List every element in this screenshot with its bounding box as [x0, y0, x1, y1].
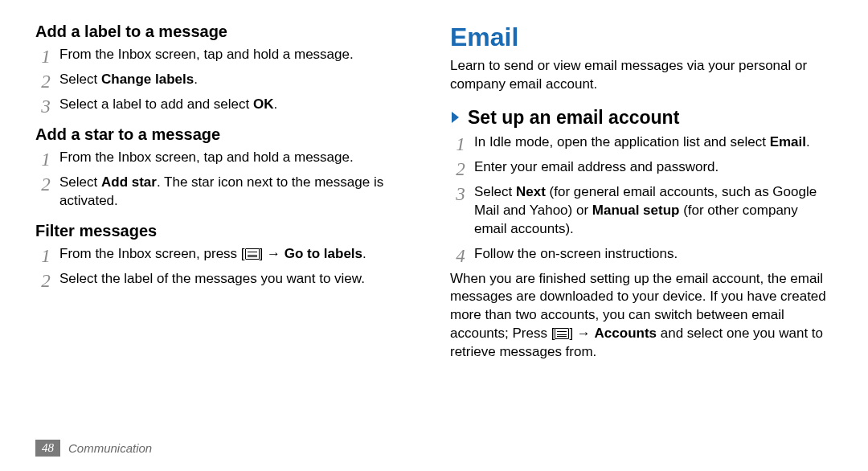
heading-setup-account: Set up an email account — [450, 107, 833, 129]
heading-add-star: Add a star to a message — [35, 125, 418, 144]
bold: Manual setup — [592, 203, 680, 218]
menu-icon — [555, 328, 569, 339]
step-text: ] → — [260, 246, 285, 261]
step: Select Change labels. — [35, 71, 418, 89]
step: Select the label of the messages you wan… — [35, 270, 418, 289]
step: In Idle mode, open the application list … — [450, 133, 833, 152]
right-column: Email Learn to send or view email messag… — [450, 23, 833, 367]
heading-filter-messages: Filter messages — [35, 222, 418, 240]
heading-email: Email — [450, 23, 833, 52]
step: From the Inbox screen, press [] → Go to … — [35, 245, 418, 264]
step: Enter your email address and password. — [450, 158, 833, 177]
step-text: Enter your email address and password. — [474, 159, 719, 174]
steps-add-star: From the Inbox screen, tap and hold a me… — [35, 149, 418, 211]
left-column: Add a label to a message From the Inbox … — [35, 23, 418, 367]
step: From the Inbox screen, tap and hold a me… — [35, 46, 418, 64]
step-text: Follow the on-screen instructions. — [474, 246, 678, 261]
intro-text: Learn to send or view email messages via… — [450, 57, 833, 94]
outro-text: When you are finished setting up the ema… — [450, 270, 833, 362]
steps-add-label: From the Inbox screen, tap and hold a me… — [35, 46, 418, 114]
step-text: Select — [59, 72, 101, 87]
step-text: Select the label of the messages you wan… — [59, 271, 365, 286]
step-text: . — [274, 96, 278, 112]
step-text: From the Inbox screen, tap and hold a me… — [59, 149, 354, 165]
step: Select Add star. The star icon next to t… — [35, 174, 418, 211]
page-footer: 48 Communication — [35, 440, 152, 457]
step: Follow the on-screen instructions. — [450, 245, 833, 264]
step-text: In Idle mode, open the application list … — [474, 134, 770, 149]
step-text: From the Inbox screen, tap and hold a me… — [59, 47, 354, 62]
section-name: Communication — [68, 441, 152, 455]
step-text: . — [194, 72, 198, 87]
chevron-right-icon — [450, 110, 461, 125]
bold: Next — [516, 184, 546, 199]
heading-text: Set up an email account — [468, 107, 679, 129]
step-text: . — [362, 246, 366, 261]
step-text: Select — [474, 184, 516, 199]
heading-add-label: Add a label to a message — [35, 23, 418, 41]
step-text: . — [806, 134, 810, 149]
bold: Go to labels — [285, 246, 362, 261]
bold: OK — [253, 96, 274, 112]
bold: Add star — [101, 174, 157, 190]
step: From the Inbox screen, tap and hold a me… — [35, 149, 418, 167]
bold: Email — [770, 134, 806, 149]
steps-filter-messages: From the Inbox screen, press [] → Go to … — [35, 245, 418, 289]
bold: Change labels — [101, 72, 194, 87]
page-number: 48 — [35, 440, 60, 457]
menu-icon — [245, 248, 260, 260]
step-text: From the Inbox screen, press [ — [59, 246, 245, 261]
step-text: Select a label to add and select — [59, 96, 253, 112]
step: Select a label to add and select OK. — [35, 96, 418, 114]
step: Select Next (for general email accounts,… — [450, 183, 833, 239]
step-text: Select — [59, 174, 101, 190]
steps-setup-account: In Idle mode, open the application list … — [450, 133, 833, 264]
bold: Accounts — [595, 326, 657, 341]
